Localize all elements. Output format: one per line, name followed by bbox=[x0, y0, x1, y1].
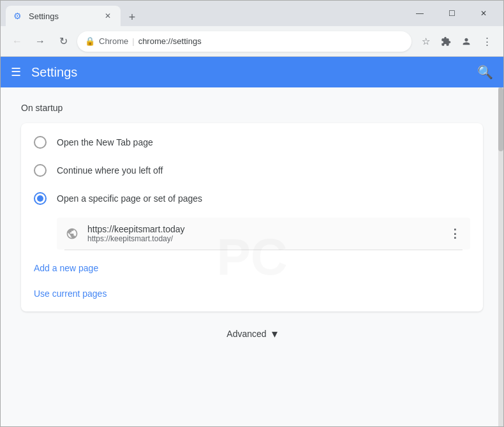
url-favicon-icon bbox=[64, 226, 80, 241]
radio-circle-continue bbox=[34, 164, 47, 177]
url-entry-subtitle: https://keepitsmart.today/ bbox=[87, 234, 440, 243]
radio-option-continue[interactable]: Continue where you left off bbox=[21, 156, 483, 184]
radio-option-specific[interactable]: Open a specific page or set of pages bbox=[21, 184, 483, 213]
radio-label-new-tab: Open the New Tab page bbox=[57, 137, 153, 147]
address-bar: ← → ↻ 🔒 Chrome | chrome://settings ☆ ⋮ bbox=[1, 26, 503, 57]
minimize-button[interactable]: — bbox=[405, 3, 434, 24]
section-title: On startup bbox=[21, 103, 483, 113]
url-entry-title: https://keepitsmart.today bbox=[87, 224, 440, 234]
extensions-button[interactable] bbox=[437, 33, 455, 50]
advanced-section[interactable]: Advanced ▾ bbox=[21, 311, 483, 356]
content-area: On startup Open the New Tab page Continu… bbox=[1, 87, 503, 426]
url-more-button[interactable]: ⋮ bbox=[447, 226, 463, 241]
scrollbar[interactable] bbox=[498, 87, 503, 426]
hamburger-menu-icon[interactable]: ☰ bbox=[11, 65, 21, 79]
url-lock-icon: 🔒 bbox=[85, 36, 95, 46]
radio-circle-new-tab bbox=[34, 136, 47, 149]
use-current-pages-link[interactable]: Use current pages bbox=[21, 281, 483, 306]
browser-frame: ⚙ Settings ✕ + — ☐ ✕ ← → ↻ 🔒 Chrome | ch… bbox=[0, 0, 504, 427]
bookmark-button[interactable]: ☆ bbox=[417, 33, 434, 50]
header-search-icon[interactable]: 🔍 bbox=[477, 64, 493, 80]
advanced-label: Advanced bbox=[226, 329, 266, 339]
new-tab-button[interactable]: + bbox=[123, 8, 141, 26]
maximize-button[interactable]: ☐ bbox=[437, 3, 466, 24]
advanced-arrow-icon: ▾ bbox=[272, 327, 278, 341]
url-separator: | bbox=[132, 36, 134, 46]
settings-tab[interactable]: ⚙ Settings ✕ bbox=[6, 6, 121, 26]
tab-settings-icon: ⚙ bbox=[13, 11, 24, 21]
profile-button[interactable] bbox=[457, 33, 475, 50]
url-entry-texts: https://keepitsmart.today https://keepit… bbox=[87, 224, 440, 243]
window-controls: — ☐ ✕ bbox=[405, 3, 498, 24]
add-new-page-link[interactable]: Add a new page bbox=[21, 255, 483, 281]
title-bar: ⚙ Settings ✕ + — ☐ ✕ bbox=[1, 1, 503, 26]
tab-title: Settings bbox=[29, 11, 98, 21]
reload-button[interactable]: ↻ bbox=[54, 33, 72, 50]
app-title: Settings bbox=[31, 65, 467, 80]
app-header: ☰ Settings 🔍 bbox=[1, 57, 503, 87]
url-site: Chrome bbox=[99, 36, 128, 46]
radio-label-continue: Continue where you left off bbox=[57, 165, 163, 176]
tab-area: ⚙ Settings ✕ + bbox=[6, 1, 405, 26]
toolbar-icons: ☆ ⋮ bbox=[417, 33, 496, 50]
forward-button[interactable]: → bbox=[31, 33, 49, 50]
url-text: chrome://settings bbox=[138, 36, 202, 46]
close-button[interactable]: ✕ bbox=[469, 3, 498, 24]
radio-option-new-tab[interactable]: Open the New Tab page bbox=[21, 128, 483, 156]
url-bar[interactable]: 🔒 Chrome | chrome://settings bbox=[77, 31, 411, 52]
url-divider bbox=[64, 250, 463, 250]
options-card: Open the New Tab page Continue where you… bbox=[21, 123, 483, 311]
radio-circle-specific bbox=[34, 192, 47, 205]
back-button[interactable]: ← bbox=[8, 33, 26, 50]
tab-close-button[interactable]: ✕ bbox=[103, 11, 113, 21]
main-content: On startup Open the New Tab page Continu… bbox=[1, 87, 503, 426]
url-entry-section: https://keepitsmart.today https://keepit… bbox=[21, 213, 483, 255]
radio-label-specific: Open a specific page or set of pages bbox=[57, 193, 202, 204]
scrollbar-thumb[interactable] bbox=[498, 87, 503, 151]
url-entry-row: https://keepitsmart.today https://keepit… bbox=[57, 218, 470, 250]
chrome-menu-button[interactable]: ⋮ bbox=[478, 33, 496, 50]
